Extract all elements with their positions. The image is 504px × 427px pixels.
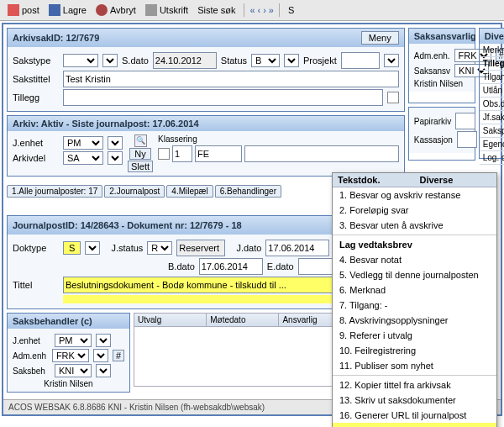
prosjekt-input[interactable]	[341, 52, 380, 69]
tillegg-lbl: Tillegg	[13, 92, 59, 103]
sakstype-sel[interactable]	[63, 54, 98, 67]
sakstittel-input[interactable]	[63, 71, 399, 87]
doktype-val[interactable]: S	[63, 241, 81, 255]
sakstype-lbl: Sakstype	[13, 55, 59, 66]
bdato-input[interactable]	[199, 258, 263, 275]
reservert	[176, 240, 225, 256]
sistesok-btn[interactable]: Siste søk	[194, 3, 239, 17]
jdato-lbl: J.dato	[236, 243, 261, 253]
diverse-item[interactable]: Tilgang: -	[480, 71, 504, 84]
jstatus-lbl: J.status	[111, 243, 143, 253]
menu-item[interactable]: 9. Referer i utvalg	[333, 328, 496, 343]
arkivsak-panel: ArkivsakID: 12/7679Meny Sakstype S.dato …	[7, 28, 405, 112]
diverse-item[interactable]: Log. dok.	[480, 151, 504, 165]
utskrift-btn[interactable]: Utskrift	[142, 3, 192, 18]
nav-arrows[interactable]: «‹›»	[249, 5, 274, 15]
menu-item[interactable]: 10. Feilregistrering	[333, 343, 496, 358]
doktype-lbl: Doktype	[13, 243, 59, 253]
menu-item[interactable]: 1. Besvar og avskriv restanse	[333, 187, 496, 203]
diverse-panel: Diverse Merknad Tillegg: 4 Tilgang: - Ut…	[479, 28, 504, 159]
diverse-item[interactable]: Merknad	[480, 44, 504, 57]
edato-lbl: E.dato	[267, 261, 294, 271]
saksansv-navn: Kristin Nilsen	[414, 79, 470, 88]
sdato-lbl: S.dato	[122, 55, 149, 66]
diverse-item[interactable]: Saksparter	[480, 124, 504, 138]
menu-item[interactable]: 8. Avskrivingsopplysninger	[333, 313, 496, 328]
sdato-input[interactable]	[153, 52, 217, 69]
post-btn[interactable]: post	[4, 3, 43, 18]
bdato-lbl: B.dato	[168, 261, 195, 271]
status-sel2[interactable]	[284, 54, 299, 67]
tab-milepael[interactable]: 4.Milepæl	[166, 185, 213, 198]
diverse-item[interactable]: Jf.sak/pres	[480, 111, 504, 124]
context-menu: Tekstdok.Diverse 1. Besvar og avskriv re…	[332, 172, 497, 418]
jenhet-lbl: J.enhet	[13, 138, 59, 148]
sakstype-sel2[interactable]	[102, 54, 118, 67]
diverse-hd: Diverse	[480, 29, 504, 44]
arkivdel-sel[interactable]: SA	[63, 151, 103, 165]
jenhet-sel[interactable]: PM	[63, 136, 103, 150]
menu-item[interactable]: 6. Merknad	[333, 282, 496, 298]
saksansvarlig-hd: Saksansvarlig	[409, 29, 475, 44]
tab-alle[interactable]: 1.Alle journalposter: 17	[7, 185, 102, 198]
diverse-item[interactable]: Tillegg: 4	[480, 57, 504, 71]
tillegg-chk[interactable]	[387, 92, 399, 103]
tab-jpost[interactable]: 2.Journalpost	[104, 185, 165, 198]
klass-txt[interactable]	[244, 145, 399, 162]
menu-item[interactable]: 16. Generer URL til journalpost	[333, 408, 496, 418]
prosjekt-sel[interactable]	[384, 54, 399, 67]
tab-behandlinger[interactable]: 6.Behandlinger	[215, 185, 281, 198]
jstatus-sel[interactable]: R	[147, 241, 172, 255]
avbryt-btn[interactable]: Avbryt	[92, 3, 139, 18]
menu-item[interactable]: 3. Besvar uten å avskrive	[333, 218, 496, 233]
menu-item[interactable]: 5. Vedlegg til denne journalposten	[333, 267, 496, 282]
ny-btn[interactable]: Ny	[129, 148, 150, 160]
menu-item[interactable]: 12. Kopier tittel fra arkivsak	[333, 377, 496, 393]
arkivsak-header: ArkivsakID: 12/7679	[13, 33, 99, 43]
menu-item[interactable]: 7. Tilgang: -	[333, 298, 496, 313]
jpost-header: JournalpostID: 14/28643 - Dokument nr: 1…	[13, 220, 242, 230]
saksbeh-panel: Saksbehandler (c) J.enhetPM Adm.enhFRK# …	[7, 313, 130, 393]
diverse-item[interactable]: Utlån av sak	[480, 84, 504, 98]
status-sel[interactable]: B	[251, 54, 280, 67]
post-icon	[8, 4, 19, 16]
arkiv-header: Arkiv: Aktiv - Siste journalpost: 17.06.…	[13, 119, 199, 129]
menu-item[interactable]: 2. Foreløpig svar	[333, 203, 496, 218]
jdato-input[interactable]	[265, 240, 329, 256]
print-icon	[145, 4, 157, 16]
lagre-btn[interactable]: Lagre	[45, 3, 90, 18]
tillegg-input[interactable]	[63, 89, 383, 106]
saksbeh-hd: Saksbehandler (c)	[8, 314, 129, 329]
cancel-icon	[96, 4, 108, 16]
klass-n[interactable]	[172, 145, 192, 162]
jtittel-lbl: Tittel	[13, 280, 59, 290]
menu-item[interactable]: 4. Besvar notat	[333, 252, 496, 267]
klass-chk[interactable]	[158, 148, 170, 160]
arkivdel-lbl: Arkivdel	[13, 153, 59, 163]
prosjekt-lbl: Prosjekt	[303, 55, 337, 66]
diverse-item[interactable]: Egendefinerte	[480, 138, 504, 151]
menu-item[interactable]: 11. Publiser som nyhet	[333, 358, 496, 373]
klass-fe[interactable]	[195, 145, 242, 162]
s-btn[interactable]: S	[285, 3, 297, 17]
meny-btn[interactable]: Meny	[361, 31, 399, 45]
sakstittel-lbl: Sakstittel	[13, 74, 59, 84]
save-icon	[49, 4, 60, 16]
status-lbl: Status	[221, 55, 247, 66]
menu-item[interactable]: 13. Skriv ut saksdokumenter	[333, 393, 496, 408]
saksansvarlig-panel: Saksansvarlig Adm.enh.FRK# SaksansvKNI K…	[408, 28, 475, 103]
diverse-list: Merknad Tillegg: 4 Tilgang: - Utlån av s…	[480, 44, 504, 165]
menu-item[interactable]: Lag vedtaksbrev	[333, 237, 496, 252]
main-toolbar: post Lagre Avbryt Utskrift Siste søk «‹›…	[0, 0, 504, 21]
search-icon[interactable]: 🔍	[134, 134, 147, 147]
slett-btn[interactable]: Slett	[128, 161, 153, 172]
klass-lbl: Klassering	[158, 134, 399, 144]
diverse-item[interactable]: Obs.dato	[480, 98, 504, 111]
arkiv-panel: Arkiv: Aktiv - Siste journalpost: 17.06.…	[7, 115, 405, 177]
